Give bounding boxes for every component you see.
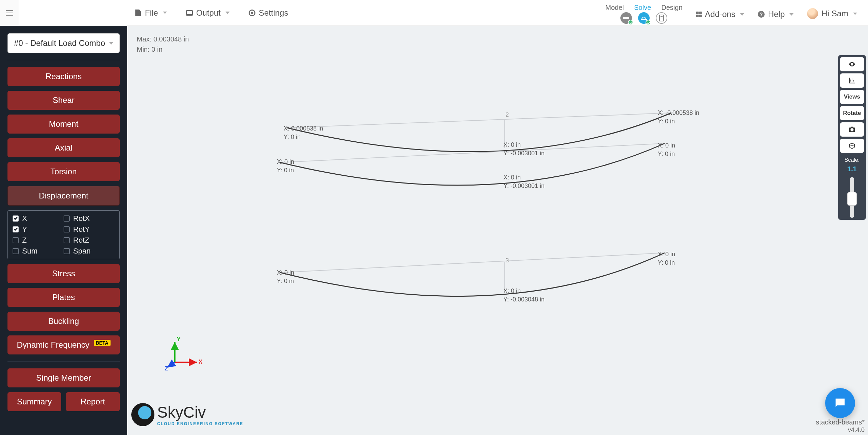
mode-solve-icon[interactable] — [638, 12, 650, 24]
skyciv-logo: SkyCiv CLOUD ENGINEERING SOFTWARE — [131, 403, 243, 426]
node-number: 2 — [505, 111, 509, 119]
camera-icon — [848, 126, 856, 133]
reactions-button[interactable]: Reactions — [7, 67, 120, 86]
svg-point-1 — [623, 17, 625, 19]
menu-settings-label: Settings — [259, 8, 288, 18]
chk-roty[interactable]: RotY — [64, 225, 115, 234]
chevron-down-icon — [740, 13, 744, 16]
chk-span[interactable]: Span — [64, 247, 115, 256]
cube-icon — [848, 142, 856, 150]
svg-line-13 — [167, 362, 175, 367]
check-badge-icon — [646, 20, 651, 25]
results-sidebar: #0 - Default Load Combo Reactions Shear … — [0, 26, 127, 435]
axis-gizmo: Y X Z — [165, 335, 205, 377]
question-icon: ? — [758, 11, 765, 18]
check-badge-icon — [628, 20, 633, 25]
report-button[interactable]: Report — [66, 392, 120, 411]
plates-button[interactable]: Plates — [7, 288, 120, 307]
gear-icon — [249, 10, 255, 16]
scale-slider[interactable] — [850, 177, 854, 218]
menu-help[interactable]: ? Help — [758, 10, 794, 26]
slider-thumb[interactable] — [847, 192, 857, 206]
menu-addons-label: Add-ons — [705, 10, 735, 19]
result-canvas[interactable]: Max: 0.003048 in Min: 0 in 2 3 X: 0.0005… — [127, 26, 868, 435]
mode-model[interactable]: Model — [605, 4, 624, 12]
mode-design-icon[interactable] — [656, 12, 667, 24]
displacement-options: X RotX Y RotY Z RotZ Sum Span — [7, 210, 120, 259]
shear-button[interactable]: Shear — [7, 91, 120, 110]
hamburger-button[interactable] — [0, 0, 19, 26]
value-label: X: 0 inY: 0 in — [658, 141, 675, 158]
views-button[interactable]: Views — [840, 90, 864, 104]
rotate-button[interactable]: Rotate — [840, 106, 864, 120]
user-greeting: Hi Sam — [821, 9, 848, 18]
avatar — [807, 8, 818, 19]
svg-line-9 — [280, 253, 665, 273]
user-menu[interactable]: Hi Sam — [807, 8, 857, 26]
chat-button[interactable] — [825, 388, 855, 418]
chk-z[interactable]: Z — [13, 236, 64, 245]
displacement-button[interactable]: Displacement — [7, 186, 120, 206]
visibility-button[interactable] — [840, 57, 864, 71]
grid-icon — [696, 12, 702, 17]
svg-text:X: X — [199, 359, 202, 365]
svg-line-8 — [280, 143, 665, 162]
menu-addons[interactable]: Add-ons — [696, 10, 744, 26]
summary-button[interactable]: Summary — [7, 392, 61, 411]
chevron-down-icon — [789, 13, 794, 16]
axial-button[interactable]: Axial — [7, 138, 120, 157]
value-label: X: 0 inY: 0 in — [277, 268, 294, 285]
load-combo-select[interactable]: #0 - Default Load Combo — [7, 33, 120, 53]
value-label: X: 0.000538 inY: 0 in — [284, 124, 323, 141]
dynfreq-label: Dynamic Frequency — [17, 340, 89, 349]
value-label: X: 0 inY: -0.003048 in — [503, 287, 545, 304]
mode-solve[interactable]: Solve — [634, 4, 651, 12]
topbar: File Output Settings Model Solve Design — [0, 0, 868, 26]
node-number: 3 — [505, 257, 509, 264]
mode-design[interactable]: Design — [661, 4, 682, 12]
beta-badge: BETA — [94, 340, 111, 346]
logo-text: SkyCiv — [157, 403, 243, 421]
screenshot-button[interactable] — [840, 122, 864, 137]
monitor-icon — [186, 10, 193, 16]
chat-icon — [833, 396, 847, 410]
value-label: X: 0 inY: 0 in — [658, 250, 675, 267]
single-member-button[interactable]: Single Member — [7, 368, 120, 387]
menu-output-label: Output — [196, 8, 221, 18]
menu-file[interactable]: File — [135, 8, 167, 18]
menu-output[interactable]: Output — [186, 8, 230, 18]
svg-line-6 — [287, 113, 671, 128]
menu-file-label: File — [145, 8, 158, 18]
svg-point-2 — [627, 17, 629, 19]
torsion-button[interactable]: Torsion — [7, 162, 120, 181]
chevron-down-icon — [109, 42, 113, 45]
chart-icon — [848, 77, 856, 84]
chk-rotx[interactable]: RotX — [64, 214, 115, 223]
value-label: X: -0.000538 inY: 0 in — [658, 109, 699, 126]
scale-label: Scale: — [845, 157, 859, 163]
buckling-button[interactable]: Buckling — [7, 312, 120, 331]
chk-y[interactable]: Y — [13, 225, 64, 234]
beam-plot — [127, 26, 868, 434]
value-label: X: 0 inY: -0.003001 in — [503, 141, 545, 158]
scale-value: 1.1 — [847, 165, 857, 173]
divider — [7, 361, 120, 362]
menu-settings[interactable]: Settings — [249, 8, 288, 18]
current-file-name: stacked-beams* — [816, 418, 865, 426]
chk-rotz[interactable]: RotZ — [64, 236, 115, 245]
app-version: v4.4.0 — [848, 427, 865, 434]
mode-model-icon[interactable] — [620, 12, 632, 24]
moment-button[interactable]: Moment — [7, 115, 120, 134]
chart-button[interactable] — [840, 73, 864, 88]
chevron-down-icon — [226, 12, 230, 14]
menu-help-label: Help — [768, 10, 785, 19]
divider — [7, 60, 120, 60]
cube-button[interactable] — [840, 139, 864, 153]
chk-x[interactable]: X — [13, 214, 64, 223]
dynfreq-button[interactable]: Dynamic Frequency BETA — [7, 335, 120, 354]
stress-button[interactable]: Stress — [7, 264, 120, 283]
value-label: X: 0 inY: -0.003001 in — [503, 173, 545, 190]
chk-sum[interactable]: Sum — [13, 247, 64, 256]
logo-subtext: CLOUD ENGINEERING SOFTWARE — [157, 421, 243, 426]
svg-text:Z: Z — [165, 366, 168, 371]
